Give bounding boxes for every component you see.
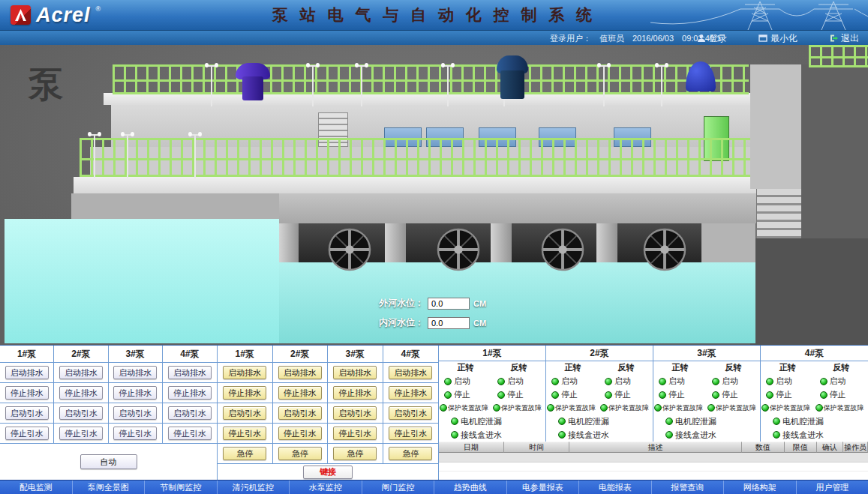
pump1-stop-divert-button-a[interactable]: 停止引水 — [5, 427, 49, 440]
lamp-post-2 — [307, 63, 319, 106]
nav-tab-water-pump[interactable]: 水泵监控 — [290, 481, 362, 494]
pump2-status-header: 2#泵 — [546, 346, 653, 361]
pump4-status-header: 4#泵 — [761, 346, 868, 361]
pump2-stop-divert-button-b[interactable]: 停止引水 — [278, 427, 322, 440]
pump4-estop-button[interactable]: 急停 — [389, 447, 432, 460]
pump2-rev-protect-led — [600, 404, 608, 412]
pump1-start-divert-button-b[interactable]: 启动引水 — [223, 406, 266, 420]
pump4-stop-drain-button-a[interactable]: 停止排水 — [168, 386, 212, 400]
nav-tab-trash-cleaner[interactable]: 清污机监控 — [218, 481, 290, 494]
pump-fan-2 — [437, 228, 480, 271]
pump2-stop-drain-button-b[interactable]: 停止排水 — [278, 386, 322, 400]
pump1-fwd-stop-led — [444, 391, 452, 399]
pump3-header-b: 3#泵 — [328, 346, 383, 363]
pump3-stop-drain-button-a[interactable]: 停止排水 — [113, 386, 157, 400]
acrel-logo-text: Acrel — [36, 3, 91, 27]
alarm-table-body[interactable] — [439, 453, 868, 480]
exit-arrow-icon — [829, 34, 838, 43]
pump-fan-4 — [643, 228, 686, 271]
pump2-rev-start-led — [605, 378, 612, 385]
pump3-estop-button[interactable]: 急停 — [333, 447, 377, 460]
pump2-start-drain-button-b[interactable]: 启动排水 — [278, 366, 322, 379]
exit-button[interactable]: 退出 — [829, 32, 859, 45]
pump-control-group-a: 1#泵 2#泵 3#泵 4#泵 启动排水 启动排水 启动排水 启动排水 停止排水… — [0, 346, 218, 480]
nav-tab-power-report[interactable]: 电参量报表 — [507, 481, 580, 494]
group-b-buttons: 启动排水 启动排水 启动排水 启动排水 停止排水 停止排水 停止排水 停止排水 … — [218, 363, 438, 464]
pump-fan-3 — [541, 228, 584, 271]
pump2-stop-drain-button-a[interactable]: 停止排水 — [59, 386, 103, 400]
pump1-rev-stop-led — [497, 391, 505, 399]
pump3-fwd-stop-led — [659, 391, 666, 399]
pump2-fwd-stop-led — [551, 391, 559, 399]
nav-tab-user-management[interactable]: 用户管理 — [797, 481, 868, 494]
pump1-junction-box-led — [451, 431, 458, 439]
lamp-post-10 — [189, 132, 201, 178]
pump2-forward-header: 正转 — [546, 362, 599, 373]
nav-tab-gate-monitoring[interactable]: 闸门监控 — [362, 481, 435, 494]
pump2-start-drain-button-a[interactable]: 启动排水 — [59, 366, 103, 379]
link-button[interactable]: 键接 — [303, 466, 353, 479]
alarm-col-confirm: 确认 — [817, 442, 843, 453]
pier-5 — [701, 223, 755, 264]
pier-4 — [596, 223, 617, 264]
login-info: 登录用户： 值班员 2016/06/03 09:03:40.1 — [550, 31, 721, 46]
pump2-start-divert-button-b[interactable]: 启动引水 — [278, 406, 322, 420]
pump4-start-divert-button-b[interactable]: 启动引水 — [389, 406, 432, 420]
pump-control-group-b: 1#泵 2#泵 3#泵 4#泵 启动排水 启动排水 启动排水 启动排水 停止排水… — [218, 346, 439, 480]
pump3-stop-drain-button-b[interactable]: 停止排水 — [333, 386, 377, 400]
pump4-rev-protect-led — [815, 404, 823, 412]
pump1-stop-drain-button-a[interactable]: 停止排水 — [5, 386, 49, 400]
pump2-stop-divert-button-a[interactable]: 停止引水 — [59, 427, 103, 440]
nav-tab-pump-gate-overview[interactable]: 泵闸全景图 — [73, 481, 146, 494]
pump1-status-header: 1#泵 — [439, 346, 545, 361]
pump4-rev-stop-led — [820, 391, 827, 399]
acrel-logo-icon — [11, 5, 31, 25]
nav-tab-regulating-gate[interactable]: 节制闸监控 — [145, 481, 218, 494]
pump4-stop-drain-button-b[interactable]: 停止排水 — [389, 386, 432, 400]
pump3-status-header: 3#泵 — [653, 346, 760, 361]
pump2-status: 2#泵 正转 反转 启动 启动 停止 停止 保护装置故障 保护装置故障 电机腔泄… — [546, 346, 653, 442]
pump1-header-b: 1#泵 — [218, 346, 273, 363]
pump4-start-drain-button-b[interactable]: 启动排水 — [389, 366, 432, 379]
pump4-start-drain-button-a[interactable]: 启动排水 — [168, 366, 212, 379]
pump1-start-drain-button-b[interactable]: 启动排水 — [223, 366, 266, 379]
pump1-rev-start-led — [497, 378, 505, 385]
login-button[interactable]: 登录 — [697, 32, 727, 45]
pier-3 — [491, 223, 512, 264]
pump3-stop-divert-button-a[interactable]: 停止引水 — [113, 427, 157, 440]
pump3-forward-header: 正转 — [653, 362, 707, 373]
pump1-forward-header: 正转 — [439, 362, 492, 373]
right-floor — [750, 238, 868, 345]
pump1-estop-button[interactable]: 急停 — [223, 447, 266, 460]
pump4-start-divert-button-a[interactable]: 启动引水 — [168, 406, 212, 420]
group-a-buttons: 启动排水 启动排水 启动排水 启动排水 停止排水 停止排水 停止排水 停止排水 … — [0, 363, 217, 444]
lamp-post-3 — [356, 63, 368, 106]
pump3-start-drain-button-b[interactable]: 启动排水 — [333, 366, 377, 379]
pump3-start-divert-button-b[interactable]: 启动引水 — [333, 406, 377, 420]
nav-tab-network-structure[interactable]: 网络构架 — [724, 481, 797, 494]
pump1-stop-divert-button-b[interactable]: 停止引水 — [223, 427, 266, 440]
nav-tab-alarm-query[interactable]: 报警查询 — [652, 481, 725, 494]
nav-tab-energy-report[interactable]: 电能报表 — [579, 481, 652, 494]
pump-status-row: 1#泵 正转 反转 启动 启动 停止 停止 保护装置故障 保护装置故障 电机腔泄… — [439, 346, 868, 442]
pump2-start-divert-button-a[interactable]: 启动引水 — [59, 406, 103, 420]
pump3-stop-divert-button-b[interactable]: 停止引水 — [333, 427, 377, 440]
pump3-start-divert-button-a[interactable]: 启动引水 — [113, 406, 157, 420]
nav-tab-trend-curves[interactable]: 趋势曲线 — [434, 481, 507, 494]
pump1-start-divert-button-a[interactable]: 启动引水 — [5, 406, 49, 420]
pump2-estop-button[interactable]: 急停 — [278, 447, 322, 460]
pump3-start-drain-button-a[interactable]: 启动排水 — [113, 366, 157, 379]
pump2-fwd-protect-led — [547, 404, 554, 412]
nav-tab-power-monitoring[interactable]: 配电监测 — [0, 481, 73, 494]
pier-1 — [279, 223, 299, 264]
pump4-stop-divert-button-a[interactable]: 停止引水 — [168, 427, 212, 440]
pump1-start-drain-button-a[interactable]: 启动排水 — [5, 366, 49, 379]
pump1-motor-leak-led — [451, 418, 458, 425]
inner-river-level-input[interactable] — [428, 317, 470, 329]
pump1-header-a: 1#泵 — [0, 346, 54, 363]
auto-mode-button[interactable]: 自动 — [80, 454, 137, 469]
pump1-stop-drain-button-b[interactable]: 停止排水 — [223, 386, 266, 400]
outer-river-level-input[interactable] — [428, 298, 470, 310]
minimize-button[interactable]: 最小化 — [758, 32, 797, 45]
pump4-stop-divert-button-b[interactable]: 停止引水 — [389, 427, 432, 440]
